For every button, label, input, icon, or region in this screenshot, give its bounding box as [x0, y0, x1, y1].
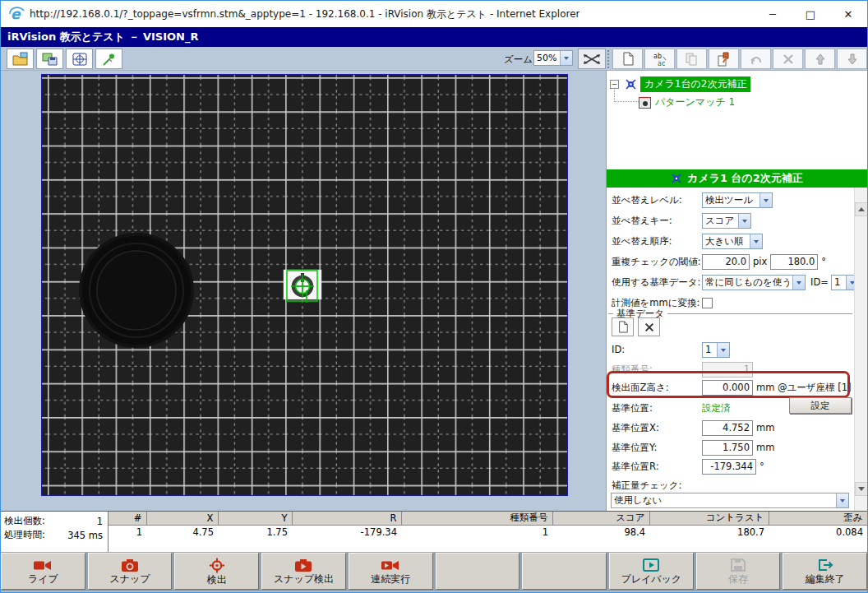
form-scrollbar[interactable] [854, 188, 867, 511]
close-button[interactable]: ✕ [829, 1, 867, 27]
chevron-down-icon [717, 343, 729, 357]
ref-data-new-button[interactable] [612, 317, 634, 336]
ref-position-x-label: 基準位置X: [612, 422, 702, 434]
exit-edit-icon [816, 558, 834, 572]
type-number-input: 1 [702, 362, 753, 378]
zoom-label: ズーム: [504, 53, 536, 66]
process-time-value: 345 ms [67, 530, 104, 541]
snap-icon [120, 558, 140, 572]
ref-position-x-input[interactable]: 4.752 [702, 420, 753, 436]
zoom-select[interactable]: 50% [533, 50, 573, 66]
playback-icon [641, 558, 661, 572]
calibration-tool-icon [625, 78, 637, 90]
overlap-deg-input[interactable]: 180.0 [770, 254, 818, 270]
center-target-icon [72, 52, 88, 67]
find-button[interactable]: 検出 [174, 553, 259, 590]
sort-order-select[interactable]: 大きい順 [702, 234, 763, 249]
undo-item-icon [749, 53, 764, 66]
section-header: カメラ1 台の2次元補正 [607, 169, 867, 188]
cell-type: 1 [401, 525, 552, 539]
ref-data-mode-value: 常に同じものを使う [703, 276, 792, 289]
new-item-button[interactable] [612, 49, 643, 69]
snap-button[interactable]: スナップ [88, 553, 173, 590]
offset-check-label: 補正量チェック: [612, 479, 776, 492]
col-contrast: コントラスト [649, 512, 769, 525]
sort-key-select[interactable]: スコア [702, 213, 751, 229]
copy-item-icon [685, 52, 699, 66]
run-continuous-button[interactable]: 連続実行 [349, 553, 433, 590]
chevron-down-icon [792, 276, 805, 290]
color-picker-icon [101, 52, 118, 67]
save-button: 保存 [696, 553, 781, 590]
ref-position-y-input[interactable]: 1.750 [702, 440, 753, 456]
camera-image-view[interactable] [41, 74, 568, 496]
settings-form: 並べ替えレベル: 検出ツール 並べ替えキー: スコア 並べ替え順序: [607, 188, 867, 511]
ref-data-mode-select[interactable]: 常に同じものを使う [702, 275, 806, 290]
id-value: 1 [703, 344, 717, 355]
ref-position-y-unit: mm [756, 442, 774, 453]
results-table-area: # X Y R 種類番号 スコア コントラスト 歪み 1 4.75 1.75 -… [108, 512, 867, 552]
scroll-down-button[interactable] [855, 482, 868, 496]
z-height-unit: mm @ユーザ座標 [1] [756, 382, 852, 394]
color-picker-button[interactable] [95, 49, 122, 69]
move-up-icon [814, 53, 827, 66]
results-data-row[interactable]: 1 4.75 1.75 -179.34 1 98.4 180.7 0.084 [108, 525, 867, 539]
col-index: # [108, 512, 146, 525]
ref-position-label: 基準位置: [612, 402, 702, 415]
section-title: カメラ1 台の2次元補正 [687, 171, 803, 186]
fit-view-button[interactable] [578, 49, 606, 69]
window-controls: ─ □ ✕ [754, 1, 867, 27]
center-target-button[interactable] [66, 49, 93, 69]
cell-distortion: 0.084 [769, 525, 867, 539]
results-table: # X Y R 種類番号 スコア コントラスト 歪み 1 4.75 1.75 -… [108, 512, 867, 539]
blank-button-1 [436, 553, 520, 590]
status-box: 検出個数: 1 処理時間: 345 ms [1, 512, 108, 552]
app-header: iRVision 教示とテスト － VISION_R [1, 27, 867, 47]
sort-key-value: スコア [703, 215, 738, 227]
scroll-up-button[interactable] [855, 202, 868, 216]
zoom-value: 50% [534, 53, 560, 63]
chevron-down-icon [836, 493, 848, 507]
new-ref-data-icon [617, 321, 629, 333]
id-select[interactable]: 1 [702, 342, 730, 358]
open-image-button[interactable] [7, 49, 34, 69]
chevron-down-icon [858, 487, 865, 494]
playback-button[interactable]: プレイバック [609, 553, 694, 590]
right-panel: − カメラ1台の2次元補正 パターンマッチ 1 [606, 71, 867, 511]
ref-data-mode-label: 使用する基準データ: [612, 276, 702, 289]
rename-item-button[interactable]: ab ac [644, 49, 675, 69]
sort-key-label: 並べ替えキー: [612, 215, 702, 227]
snap-find-button[interactable]: スナップ検出 [261, 553, 346, 590]
found-count-label: 検出個数: [4, 515, 45, 527]
tree-node-child[interactable]: パターンマッチ 1 [639, 95, 735, 109]
exit-edit-button[interactable]: 編集終了 [783, 553, 867, 590]
tree-node-root[interactable]: − カメラ1台の2次元補正 [610, 76, 750, 92]
cell-y: 1.75 [218, 525, 292, 539]
live-button[interactable]: ライブ [1, 553, 85, 590]
blank-button-2 [522, 553, 607, 590]
ref-position-r-input[interactable]: -179.344 [702, 459, 756, 475]
minimize-button[interactable]: ─ [754, 1, 792, 27]
sort-level-select[interactable]: 検出ツール [702, 192, 773, 208]
maximize-button[interactable]: □ [792, 1, 829, 27]
set-button[interactable]: 設定 [789, 397, 852, 414]
offset-check-value: 使用しない [612, 494, 836, 507]
chevron-down-icon [760, 193, 772, 207]
save-image-icon [42, 52, 58, 67]
overlap-deg-unit: ° [821, 256, 826, 267]
mm-convert-checkbox[interactable] [702, 298, 713, 308]
ref-position-y-label: 基準位置Y: [612, 442, 702, 454]
main-area: − カメラ1台の2次元補正 パターンマッチ 1 [1, 71, 867, 511]
overlap-pix-input[interactable]: 20.0 [702, 254, 750, 270]
svg-text:ac: ac [658, 60, 665, 67]
type-number-label: 種類番号: [612, 364, 702, 376]
paste-item-button[interactable] [709, 49, 739, 69]
z-height-label: 検出面Z高さ: [612, 382, 702, 394]
chevron-down-icon [738, 214, 750, 228]
ref-data-delete-button[interactable] [638, 317, 660, 336]
overlap-threshold-label: 重複チェックの閾値: [612, 256, 702, 268]
z-height-input[interactable]: 0.000 [702, 380, 753, 396]
save-image-button[interactable] [36, 49, 63, 69]
offset-check-select[interactable]: 使用しない [611, 493, 849, 508]
tree-expander[interactable]: − [610, 80, 619, 89]
